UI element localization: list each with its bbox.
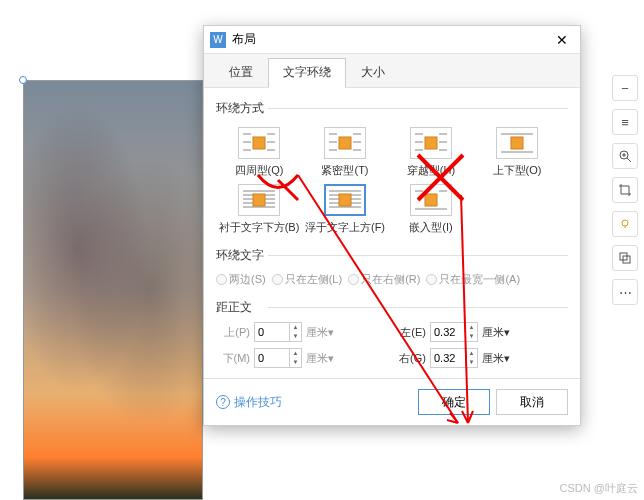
wrap-label: 穿越型(H) [390, 163, 472, 178]
unit-label: 厘米▾ [482, 325, 510, 340]
distance-row-1: 左(E)▲▼厘米▾ [392, 322, 568, 342]
wrap-text-label: 环绕文字 [216, 247, 568, 266]
tab-position[interactable]: 位置 [214, 58, 268, 87]
wrap-option-2[interactable]: 穿越型(H) [390, 127, 472, 178]
tab-bar: 位置 文字环绕 大小 [204, 54, 580, 88]
radio-label: 两边(S) [229, 272, 266, 287]
radio-1[interactable]: 只在左侧(L) [272, 272, 342, 287]
wrap-option-0[interactable]: 四周型(Q) [218, 127, 300, 178]
bulb-icon[interactable] [612, 211, 638, 237]
spin-up[interactable]: ▲ [290, 323, 301, 332]
tab-text-wrap[interactable]: 文字环绕 [268, 58, 346, 88]
radio-input[interactable] [216, 274, 227, 285]
spinner[interactable]: ▲▼ [430, 348, 478, 368]
tab-size[interactable]: 大小 [346, 58, 400, 87]
titlebar: W 布局 ✕ [204, 26, 580, 54]
document-image[interactable] [23, 80, 203, 500]
wrap-icon [324, 184, 366, 216]
spinner[interactable]: ▲▼ [430, 322, 478, 342]
radio-label: 只在最宽一侧(A) [439, 272, 520, 287]
wrap-label: 衬于文字下方(B) [218, 220, 300, 235]
close-button[interactable]: ✕ [550, 28, 574, 52]
watermark: CSDN @叶庭云 [560, 481, 638, 496]
svg-rect-13 [339, 137, 351, 149]
distance-row-2: 下(M)▲▼厘米▾ [216, 348, 392, 368]
svg-rect-23 [511, 137, 523, 149]
resize-handle[interactable] [19, 76, 27, 84]
spinner-input[interactable] [255, 326, 289, 338]
spinner[interactable]: ▲▼ [254, 322, 302, 342]
radio-input[interactable] [272, 274, 283, 285]
wrap-style-label: 环绕方式 [216, 100, 568, 119]
svg-point-44 [622, 220, 628, 226]
svg-rect-20 [425, 137, 437, 149]
spinner-input[interactable] [431, 352, 465, 364]
spin-up[interactable]: ▲ [290, 349, 301, 358]
radio-input[interactable] [426, 274, 437, 285]
app-icon: W [210, 32, 226, 48]
spin-down[interactable]: ▼ [290, 332, 301, 341]
wrap-icon [410, 184, 452, 216]
cancel-button[interactable]: 取消 [496, 389, 568, 415]
distance-row-0: 上(P)▲▼厘米▾ [216, 322, 392, 342]
unit-label: 厘米▾ [482, 351, 510, 366]
wrap-option-6[interactable]: 嵌入型(I) [390, 184, 472, 235]
columns-icon[interactable]: ≡ [612, 109, 638, 135]
wrap-label: 四周型(Q) [218, 163, 300, 178]
radio-2[interactable]: 只在右侧(R) [348, 272, 420, 287]
help-link[interactable]: ? 操作技巧 [216, 394, 282, 411]
ok-button[interactable]: 确定 [418, 389, 490, 415]
wrap-icon [238, 127, 280, 159]
svg-line-41 [627, 158, 631, 162]
radio-input[interactable] [348, 274, 359, 285]
spin-down[interactable]: ▼ [290, 358, 301, 367]
svg-rect-29 [253, 194, 265, 206]
help-label: 操作技巧 [234, 394, 282, 411]
wrap-icon [496, 127, 538, 159]
radio-label: 只在右侧(R) [361, 272, 420, 287]
wrap-option-4[interactable]: 衬于文字下方(B) [218, 184, 300, 235]
spin-down[interactable]: ▼ [466, 358, 477, 367]
wrap-label: 紧密型(T) [304, 163, 386, 178]
distance-label: 左(E) [392, 325, 426, 340]
distance-label: 距正文 [216, 299, 568, 318]
spinner-input[interactable] [255, 352, 289, 364]
svg-rect-35 [339, 194, 351, 206]
distance-row-3: 右(G)▲▼厘米▾ [392, 348, 568, 368]
side-toolbar: − ≡ ⋯ [612, 75, 640, 305]
svg-rect-39 [425, 194, 437, 206]
spin-up[interactable]: ▲ [466, 349, 477, 358]
spinner-input[interactable] [431, 326, 465, 338]
help-icon: ? [216, 395, 230, 409]
wrap-option-1[interactable]: 紧密型(T) [304, 127, 386, 178]
wrap-option-3[interactable]: 上下型(O) [476, 127, 558, 178]
spin-down[interactable]: ▼ [466, 332, 477, 341]
zoom-in-icon[interactable] [612, 143, 638, 169]
minus-icon[interactable]: − [612, 75, 638, 101]
copy-icon[interactable] [612, 245, 638, 271]
spin-up[interactable]: ▲ [466, 323, 477, 332]
wrap-icon [238, 184, 280, 216]
distance-label: 右(G) [392, 351, 426, 366]
wrap-icon [324, 127, 366, 159]
unit-label: 厘米▾ [306, 351, 334, 366]
unit-label: 厘米▾ [306, 325, 334, 340]
radio-0[interactable]: 两边(S) [216, 272, 266, 287]
radio-label: 只在左侧(L) [285, 272, 342, 287]
more-icon[interactable]: ⋯ [612, 279, 638, 305]
wrap-icon [410, 127, 452, 159]
crop-icon[interactable] [612, 177, 638, 203]
dialog-title: 布局 [232, 31, 550, 48]
dialog-footer: ? 操作技巧 确定 取消 [204, 378, 580, 425]
wrap-option-5[interactable]: 浮于文字上方(F) [304, 184, 386, 235]
radio-3[interactable]: 只在最宽一侧(A) [426, 272, 520, 287]
svg-rect-6 [253, 137, 265, 149]
spinner[interactable]: ▲▼ [254, 348, 302, 368]
wrap-label: 浮于文字上方(F) [304, 220, 386, 235]
layout-dialog: W 布局 ✕ 位置 文字环绕 大小 环绕方式 四周型(Q)紧密型(T)穿越型(H… [203, 25, 581, 426]
wrap-label: 嵌入型(I) [390, 220, 472, 235]
wrap-label: 上下型(O) [476, 163, 558, 178]
distance-label: 下(M) [216, 351, 250, 366]
distance-label: 上(P) [216, 325, 250, 340]
